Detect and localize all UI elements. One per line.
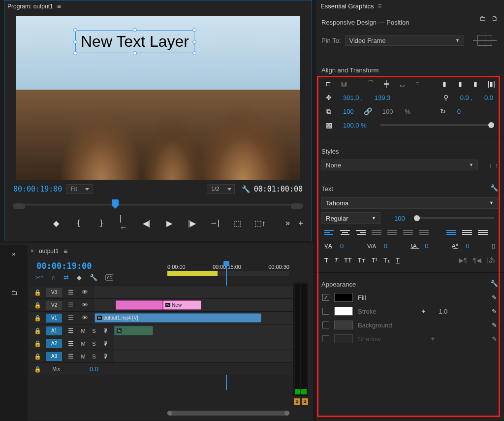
track-label[interactable]: V3 [46, 288, 62, 297]
eye-icon[interactable]: 👁 [78, 314, 92, 322]
settings-icon[interactable]: 🔧 [242, 185, 250, 193]
timeline-zoom-scrollbar[interactable] [167, 411, 289, 416]
track-a3[interactable]: 🔒 A3 ☰ M S 🎙 [31, 350, 308, 362]
panel-menu-icon[interactable]: ≡ [378, 2, 381, 10]
appearance-settings-icon[interactable]: 🔧 [490, 280, 498, 287]
expand-icon[interactable]: » [12, 250, 15, 258]
position-y[interactable]: 139.3 [375, 94, 391, 101]
track-v1[interactable]: 🔒 V1 ☰ 👁 fxoutput1.mp4 [V] [31, 311, 308, 324]
font-style-dropdown[interactable]: Regular▼ [321, 212, 380, 224]
timeline-timecode[interactable]: 00:00:19:00 [36, 261, 92, 271]
stroke-width[interactable]: 1.0 [439, 308, 447, 315]
mute-button[interactable]: M [78, 328, 89, 334]
timeline-ruler[interactable]: 0:00:00 00:00:15:00 00:00:30 [167, 264, 289, 279]
stroke-checkbox[interactable] [322, 308, 329, 315]
tracking-value[interactable]: 0 [340, 242, 344, 250]
track-v3[interactable]: 🔒 V3 ☰ 👁 [31, 286, 308, 298]
toggle-output-icon[interactable]: ☰ [64, 314, 78, 322]
align-top-icon[interactable]: ⎴ [367, 80, 375, 88]
scale-value[interactable]: 100 [343, 108, 354, 115]
panel-menu-icon[interactable]: ≡ [57, 2, 61, 10]
text-align-left-icon[interactable] [324, 228, 334, 236]
step-back-icon[interactable]: ◀| [142, 219, 151, 228]
more-icon[interactable]: » [285, 219, 290, 227]
eye-icon[interactable]: 👁 [78, 301, 92, 309]
graphic-clip[interactable] [116, 300, 162, 310]
upload-style-icon[interactable]: ↑ [495, 162, 499, 169]
playhead-icon[interactable] [112, 199, 119, 206]
toggle-output-icon[interactable]: ☰ [64, 301, 78, 309]
tsume-icon[interactable]: ▯ [492, 242, 495, 250]
text-bottom-icon[interactable] [478, 228, 488, 236]
faux-italic-icon[interactable]: T [334, 257, 338, 264]
font-size[interactable]: 100 [394, 215, 405, 222]
allcaps-icon[interactable]: TT [344, 257, 352, 264]
current-timecode[interactable]: 00:00:19:00 [13, 185, 62, 194]
fill-swatch[interactable] [334, 293, 353, 302]
shadow-checkbox[interactable] [322, 335, 329, 342]
add-shadow-icon[interactable]: ＋ [430, 334, 436, 343]
go-out-icon[interactable]: →| [210, 219, 219, 227]
go-in-icon[interactable]: |← [120, 214, 128, 232]
solo-button[interactable]: S [89, 341, 99, 347]
background-checkbox[interactable] [322, 322, 329, 328]
marker-icon[interactable]: ◆ [77, 274, 82, 281]
audio-clip[interactable]: fx [114, 326, 153, 335]
resize-handle[interactable] [192, 51, 196, 55]
extract-icon[interactable]: ⬚↑ [255, 219, 264, 228]
toggle-output-icon[interactable]: ☰ [64, 340, 78, 347]
resize-handle[interactable] [133, 28, 137, 32]
voiceover-icon[interactable]: 🎙 [99, 340, 111, 347]
track-label[interactable]: A3 [46, 352, 62, 361]
magnet-icon[interactable]: ∩ [51, 274, 56, 281]
lock-icon[interactable]: 🔒 [31, 353, 44, 360]
captions-icon[interactable]: cc [105, 274, 113, 281]
distribute-left-icon[interactable]: ▮ [441, 80, 448, 88]
anchor-x[interactable]: 0.0 , [460, 94, 472, 101]
video-clip[interactable]: fxoutput1.mp4 [V] [94, 313, 261, 323]
font-size-slider[interactable] [415, 217, 494, 219]
faux-bold-icon[interactable]: T [324, 257, 328, 264]
add-button-icon[interactable]: ＋ [297, 218, 305, 228]
toggle-output-icon[interactable]: ☰ [64, 327, 78, 334]
toggle-output-icon[interactable]: ☰ [64, 289, 78, 296]
lock-icon[interactable]: 🔒 [31, 327, 44, 334]
track-label[interactable]: Mix [46, 365, 66, 374]
download-style-icon[interactable]: ↓ [489, 162, 492, 169]
scale-h-value[interactable]: 100 [382, 108, 393, 115]
smallcaps-icon[interactable]: Tᴛ [358, 257, 366, 264]
solo-indicator[interactable]: S [294, 398, 300, 405]
mix-value[interactable]: 0.0 [90, 365, 98, 373]
mute-button[interactable]: M [78, 354, 89, 359]
lift-icon[interactable]: ⬚ [233, 219, 242, 228]
distribute-right-icon[interactable]: ▮ [472, 80, 480, 88]
play-icon[interactable]: ▶ [165, 219, 174, 228]
track-a2[interactable]: 🔒 A2 ☰ M S 🎙 [31, 337, 308, 350]
resolution-dropdown[interactable]: 1/2 [207, 184, 235, 194]
folder-icon[interactable]: 🗀 [479, 15, 486, 22]
resize-handle[interactable] [192, 28, 196, 32]
solo-button[interactable]: S [89, 354, 99, 359]
fill-checkbox[interactable]: ✓ [322, 294, 329, 301]
align-center-h-icon[interactable]: ⊟ [340, 80, 348, 88]
text-align-right-icon[interactable] [356, 228, 366, 236]
ltr-icon[interactable]: ▶¶ [459, 257, 467, 264]
track-v2[interactable]: 🔒 V2 ☰ 👁 fxNew [31, 298, 308, 311]
font-dropdown[interactable]: Tahoma▼ [321, 197, 498, 209]
align-left-icon[interactable]: ⊏ [324, 80, 332, 88]
step-fwd-icon[interactable]: |▶ [188, 219, 196, 228]
track-label[interactable]: A1 [46, 326, 62, 335]
program-monitor-view[interactable]: New Text Layer [16, 16, 300, 180]
resize-handle[interactable] [133, 51, 137, 55]
track-a1[interactable]: 🔒 A1 ☰ M S 🎙 fx [31, 324, 308, 337]
opacity-value[interactable]: 100.0 % [343, 122, 367, 129]
justify-left-icon[interactable] [372, 228, 381, 236]
lock-icon[interactable]: 🔒 [31, 302, 44, 309]
track-label[interactable]: A2 [46, 339, 62, 348]
toggle-output-icon[interactable]: ☰ [64, 353, 78, 360]
zoom-dropdown[interactable]: Fit [66, 184, 92, 194]
rtl-icon[interactable]: ¶◀ [473, 257, 481, 264]
align-hcenter-icon[interactable]: ≡ [414, 80, 422, 88]
wrench-icon[interactable]: 🔧 [90, 274, 97, 281]
text-align-center-icon[interactable] [340, 228, 350, 236]
